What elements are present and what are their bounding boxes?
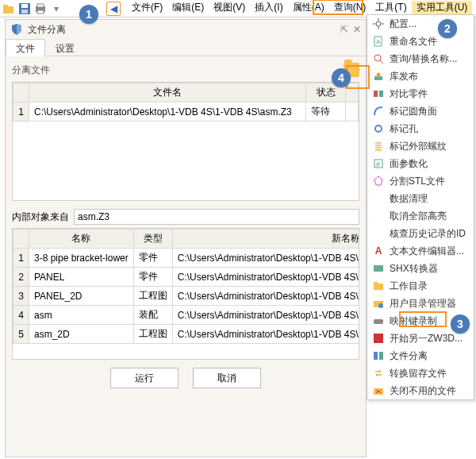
col-newname[interactable]: 新名称	[172, 230, 359, 249]
menu-item[interactable]: 标记圆角面	[367, 102, 474, 120]
menu-item-label: 取消全部高亮	[390, 210, 447, 223]
menu-item-label: 面参数化	[390, 157, 428, 171]
inner-objects-table: 名称 类型 新名称 13-8 pipe bracket-lower零件C:\Us…	[13, 229, 359, 344]
svg-text:#: #	[376, 160, 380, 168]
menu-item[interactable]: 核查历史记录的ID	[367, 225, 474, 242]
split-files-table: 文件名 状态 1C:\Users\Administrator\Desktop\1…	[13, 83, 359, 122]
menu-item[interactable]: 取消全部高亮	[367, 207, 474, 225]
menu-file[interactable]: 文件(F)	[127, 1, 167, 14]
svg-rect-7	[37, 10, 44, 14]
close-icon	[372, 384, 385, 397]
open-icon[interactable]	[2, 2, 16, 16]
svg-point-15	[374, 55, 381, 61]
table-row[interactable]: 13-8 pipe bracket-lower零件C:\Users\Admini…	[13, 249, 360, 268]
more-icon[interactable]: ▾	[49, 2, 63, 16]
menu-item[interactable]: 标记外部螺纹	[367, 137, 474, 155]
menu-insert[interactable]: 插入(I)	[250, 1, 287, 14]
svg-rect-31	[379, 352, 383, 360]
svg-rect-28	[374, 319, 383, 324]
split-icon	[372, 349, 385, 362]
back-arrow-icon[interactable]: ◀	[106, 2, 121, 16]
thread-icon	[372, 140, 385, 152]
table-row[interactable]: 2PANEL零件C:\Users\Administrator\Desktop\1…	[13, 268, 360, 287]
inner-source-input[interactable]	[74, 209, 359, 225]
svg-rect-3	[21, 4, 28, 8]
svg-rect-30	[374, 352, 378, 360]
menu-edit[interactable]: 编辑(E)	[167, 1, 209, 14]
menu-item[interactable]: A文本文件编辑器...	[367, 242, 474, 260]
menu-item[interactable]: 转换留存文件	[367, 364, 474, 382]
menu-item-label: 标记圆角面	[390, 105, 437, 118]
menu-item[interactable]: 查询/替换名称...	[367, 50, 474, 68]
table-row[interactable]: 4asm装配C:\Users\Administrator\Desktop\1-V…	[13, 306, 360, 325]
svg-rect-1	[3, 5, 8, 7]
col-filename[interactable]: 文件名	[29, 83, 306, 102]
blank-icon	[372, 192, 385, 205]
tab-file[interactable]: 文件	[6, 39, 45, 56]
file-split-panel: 文件分离 ⇱ ✕ 文件 设置 分离文件 文件名 状态	[5, 19, 367, 457]
panel-header: 文件分离 ⇱ ✕	[6, 20, 366, 39]
menu-attr[interactable]: 属性(A)	[288, 1, 329, 14]
menu-utility[interactable]: 实用工具(U)	[412, 1, 473, 14]
table-row[interactable]: 1C:\Users\Administrator\Desktop\1-VDB 4S…	[13, 102, 359, 122]
col-name[interactable]: 名称	[29, 230, 134, 249]
menu-item[interactable]: 用户目录管理器	[367, 295, 474, 312]
stl-icon	[372, 175, 385, 187]
menu-item[interactable]: #面参数化	[367, 155, 474, 172]
folder-icon	[372, 280, 385, 292]
svg-rect-25	[374, 282, 378, 284]
menu-tool[interactable]: 工具(T)	[370, 1, 411, 14]
usrdir-icon	[372, 297, 385, 310]
menu-item[interactable]: 关闭不用的文件	[367, 382, 474, 399]
menu-item-label: 映射键录制	[390, 314, 437, 328]
menu-item-label: 转换留存文件	[390, 367, 447, 380]
search-icon	[372, 52, 385, 65]
close-icon[interactable]: ✕	[353, 24, 361, 35]
menu-item-label: 对比零件	[390, 87, 428, 101]
upload-icon	[372, 70, 385, 83]
menu-item[interactable]: A重命名文件	[367, 33, 474, 50]
menu-item[interactable]: 数据清理	[367, 190, 474, 207]
step-marker-4: 4	[332, 68, 351, 87]
tab-settings[interactable]: 设置	[45, 39, 85, 56]
menu-item-label: 文件分离	[390, 349, 428, 363]
svg-rect-29	[374, 334, 383, 343]
cancel-button[interactable]: 取消	[193, 368, 261, 388]
menu-view[interactable]: 视图(V)	[209, 1, 250, 14]
menu-item[interactable]: 库发布	[367, 68, 474, 85]
menu-item[interactable]: 对比零件	[367, 85, 474, 102]
svg-point-8	[376, 21, 381, 26]
split-files-label: 分离文件	[12, 64, 50, 77]
menu-item-label: 查询/替换名称...	[390, 52, 457, 66]
menu-bar: 文件(F) 编辑(E) 视图(V) 插入(I) 属性(A) 查询(N) 工具(T…	[127, 0, 476, 14]
menu-item-label: 配置...	[390, 17, 416, 31]
table-row[interactable]: 3PANEL_2D工程图C:\Users\Administrator\Deskt…	[13, 287, 360, 306]
svg-rect-24	[374, 284, 383, 290]
menu-item[interactable]: SHX转换器	[367, 260, 474, 277]
menu-item[interactable]: 配置...	[367, 15, 474, 33]
shx-icon	[372, 262, 385, 275]
table-row[interactable]: 5asm_2D工程图C:\Users\Administrator\Desktop…	[13, 325, 360, 344]
menu-item[interactable]: 标记孔	[367, 120, 474, 137]
collapse-icon[interactable]: ⇱	[340, 24, 348, 35]
print-icon[interactable]	[33, 2, 48, 16]
compare-icon	[372, 87, 385, 100]
run-button[interactable]: 运行	[110, 368, 178, 388]
panel-title: 文件分离	[28, 23, 336, 37]
save-icon[interactable]	[17, 2, 32, 16]
menu-query[interactable]: 查询(N)	[329, 1, 371, 14]
menu-item[interactable]: 文件分离	[367, 347, 474, 364]
menu-item-label: SHX转换器	[390, 262, 438, 276]
shield-icon	[10, 23, 23, 36]
swap-icon	[372, 367, 385, 380]
svg-rect-6	[37, 4, 44, 7]
col-type[interactable]: 类型	[133, 230, 172, 249]
fillet-icon	[372, 105, 385, 118]
menu-item[interactable]: 工作目录	[367, 277, 474, 295]
svg-rect-19	[379, 91, 383, 97]
menu-item[interactable]: 分割STL文件	[367, 172, 474, 190]
svg-text:A: A	[376, 38, 381, 45]
menu-app[interactable]: 应用(P)	[472, 1, 476, 14]
hole-icon	[372, 122, 385, 135]
menu-item-label: 开始另一ZW3D...	[390, 332, 463, 345]
